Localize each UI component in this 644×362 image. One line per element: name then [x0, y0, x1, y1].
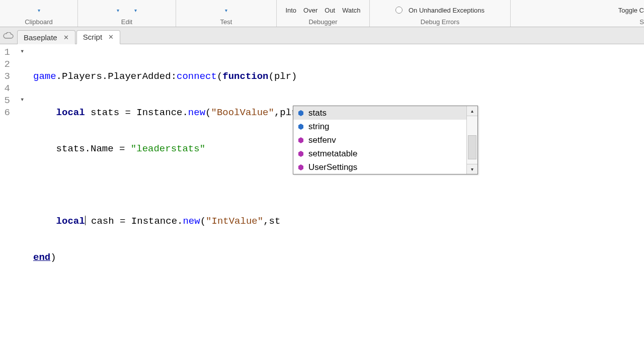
function-icon — [297, 164, 304, 171]
scroll-track[interactable] — [467, 116, 477, 164]
dropdown-icon[interactable]: ▾ — [225, 8, 227, 13]
ribbon-label-last: S — [513, 17, 644, 26]
autocomplete-list: stats string setfenv setmetatable UserSe… — [293, 106, 466, 174]
toggle-comment-button[interactable]: Toggle C — [618, 7, 644, 14]
autocomplete-item[interactable]: string — [293, 120, 466, 133]
ribbon-group-edit: ▾ ▾ Edit — [78, 0, 176, 27]
ribbon-toolbar: ▾ Clipboard ▾ ▾ Edit ▾ Test Into Over Ou… — [0, 0, 644, 27]
code-editor[interactable]: 1 2 3 4 5 6 ▾ ▾ game.Players.PlayerAdded… — [0, 44, 644, 362]
step-into-button[interactable]: Into — [285, 7, 296, 14]
ribbon-label-clipboard: Clipboard — [25, 17, 53, 26]
ribbon-group-test: ▾ Test — [176, 0, 277, 27]
fold-toggle-icon[interactable]: ▾ — [20, 94, 24, 106]
ribbon-label-test: Test — [220, 17, 232, 26]
autocomplete-item[interactable]: stats — [293, 106, 466, 120]
step-over-button[interactable]: Over — [303, 7, 317, 14]
line-number: 5 — [0, 95, 10, 107]
autocomplete-item[interactable]: setmetatable — [293, 147, 466, 160]
cloud-icon — [1, 31, 15, 41]
autocomplete-scrollbar[interactable]: ▴ ▾ — [466, 106, 477, 174]
tab-label: Baseplate — [24, 33, 57, 42]
autocomplete-label: stats — [308, 108, 327, 118]
line-number: 6 — [0, 107, 10, 119]
scroll-thumb[interactable] — [468, 135, 476, 159]
ribbon-group-clipboard: ▾ Clipboard — [0, 0, 78, 27]
ribbon-group-debugger: Into Over Out Watch Debugger — [277, 0, 370, 27]
autocomplete-label: setmetatable — [308, 149, 357, 159]
autocomplete-label: string — [308, 122, 330, 132]
tab-label: Script — [83, 33, 102, 41]
line-number: 1 — [0, 46, 10, 58]
autocomplete-popup[interactable]: stats string setfenv setmetatable UserSe… — [293, 106, 478, 174]
dropdown-icon[interactable]: ▾ — [117, 8, 119, 13]
fold-toggle-icon[interactable]: ▾ — [20, 45, 24, 57]
code-line: local cash = Instance.new("IntValue",st — [33, 215, 644, 227]
ribbon-label-edit: Edit — [121, 17, 132, 26]
line-number: 2 — [0, 58, 10, 70]
ribbon-group-errors: On Unhandled Exceptions Debug Errors — [370, 0, 511, 27]
tab-script[interactable]: Script ✕ — [76, 30, 120, 44]
scroll-up-icon[interactable]: ▴ — [467, 106, 477, 116]
autocomplete-item[interactable]: UserSettings — [293, 160, 466, 174]
dropdown-icon[interactable]: ▾ — [38, 8, 40, 13]
tab-bar: Baseplate ✕ Script ✕ — [0, 27, 644, 44]
code-line: game.Players.PlayerAdded:connect(functio… — [33, 70, 644, 82]
line-number: 3 — [0, 70, 10, 82]
radio-icon[interactable] — [395, 7, 403, 14]
code-line: end) — [33, 251, 644, 263]
autocomplete-item[interactable]: setfenv — [293, 133, 466, 147]
on-unhandled-option[interactable]: On Unhandled Exceptions — [409, 7, 485, 14]
ribbon-label-debugger: Debugger — [308, 17, 337, 26]
close-icon[interactable]: ✕ — [107, 33, 115, 41]
fold-gutter: ▾ ▾ — [13, 44, 33, 362]
dropdown-icon[interactable]: ▾ — [134, 8, 137, 13]
ribbon-label-errors: Debug Errors — [421, 17, 459, 26]
ribbon-group-last: Toggle C S — [511, 0, 644, 27]
variable-icon — [297, 110, 304, 117]
tab-baseplate[interactable]: Baseplate ✕ — [17, 30, 75, 44]
close-icon[interactable]: ✕ — [62, 34, 70, 41]
step-out-button[interactable]: Out — [325, 7, 335, 14]
function-icon — [297, 150, 304, 157]
line-number-gutter: 1 2 3 4 5 6 — [0, 44, 13, 362]
autocomplete-label: UserSettings — [308, 162, 357, 172]
function-icon — [297, 137, 304, 144]
watch-button[interactable]: Watch — [342, 7, 360, 14]
code-line — [33, 179, 644, 191]
variable-icon — [297, 123, 304, 130]
scroll-down-icon[interactable]: ▾ — [467, 164, 477, 174]
code-area[interactable]: game.Players.PlayerAdded:connect(functio… — [33, 44, 644, 362]
autocomplete-label: setfenv — [308, 135, 336, 145]
line-number: 4 — [0, 82, 10, 95]
